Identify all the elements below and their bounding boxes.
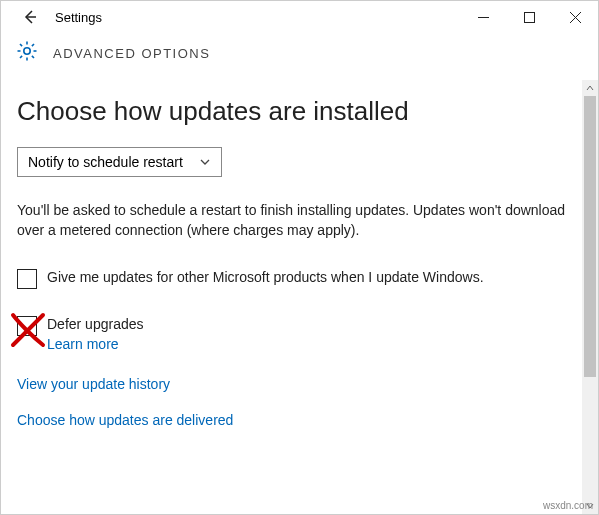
page-header: ADVANCED OPTIONS <box>1 33 598 80</box>
content-area: Choose how updates are installed Notify … <box>1 80 598 514</box>
back-button[interactable] <box>11 1 47 33</box>
description-text: You'll be asked to schedule a restart to… <box>17 201 566 240</box>
dropdown-selected-label: Notify to schedule restart <box>28 154 183 170</box>
maximize-icon <box>524 12 535 23</box>
back-arrow-icon <box>20 8 38 26</box>
close-icon <box>570 12 581 23</box>
section-heading: Choose how updates are installed <box>17 96 566 127</box>
window-title: Settings <box>55 10 460 25</box>
close-button[interactable] <box>552 1 598 33</box>
checkbox-defer-upgrades-box[interactable] <box>17 316 37 336</box>
defer-label-block: Defer upgrades Learn more <box>47 315 144 353</box>
scroll-up-button[interactable] <box>582 80 598 96</box>
window-controls <box>460 1 598 33</box>
checkbox-other-products-label: Give me updates for other Microsoft prod… <box>47 268 484 288</box>
gear-icon <box>15 39 39 67</box>
titlebar: Settings <box>1 1 598 33</box>
minimize-button[interactable] <box>460 1 506 33</box>
learn-more-link[interactable]: Learn more <box>47 336 119 352</box>
settings-window: Settings ADVANC <box>0 0 599 515</box>
updates-delivery-link[interactable]: Choose how updates are delivered <box>17 412 233 428</box>
watermark-text: wsxdn.com <box>543 500 593 511</box>
chevron-down-icon <box>199 156 211 168</box>
checkbox-defer-upgrades: Defer upgrades Learn more <box>17 315 566 353</box>
view-update-history-link[interactable]: View your update history <box>17 376 170 392</box>
page-subtitle: ADVANCED OPTIONS <box>53 46 210 61</box>
content: Choose how updates are installed Notify … <box>1 80 582 514</box>
checkbox-other-products-box[interactable] <box>17 269 37 289</box>
svg-rect-2 <box>524 12 534 22</box>
chevron-up-icon <box>585 83 595 93</box>
maximize-button[interactable] <box>506 1 552 33</box>
minimize-icon <box>478 12 489 23</box>
checkbox-other-products: Give me updates for other Microsoft prod… <box>17 268 566 289</box>
install-mode-dropdown[interactable]: Notify to schedule restart <box>17 147 222 177</box>
scroll-track[interactable] <box>582 96 598 498</box>
checkbox-defer-upgrades-label: Defer upgrades <box>47 315 144 335</box>
scroll-thumb[interactable] <box>584 96 596 377</box>
svg-point-5 <box>24 48 30 54</box>
vertical-scrollbar[interactable] <box>582 80 598 514</box>
